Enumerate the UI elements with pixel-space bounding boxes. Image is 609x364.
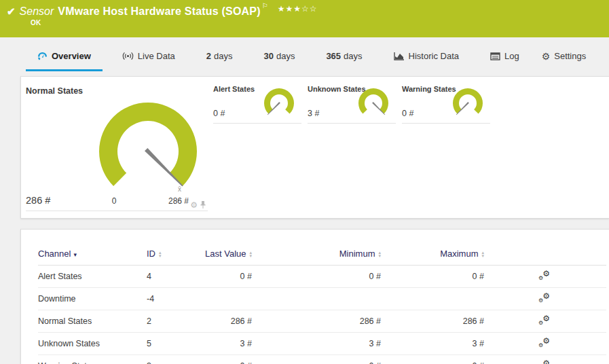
channel-settings-icon[interactable]: ⚙⚙	[538, 338, 550, 348]
channel-last-value: 3 #	[177, 333, 252, 355]
gauge-current-value: 0 #	[402, 109, 413, 118]
column-header-actions	[484, 249, 606, 266]
column-header-maximum[interactable]: Maximum▴▾	[381, 249, 484, 266]
channel-id: 3	[147, 355, 177, 364]
table-row: Unknown States 5 3 # 3 # 3 # ⚙⚙	[38, 333, 606, 355]
channel-id: 2	[147, 310, 177, 333]
gauge-current-value: 286 #	[26, 195, 50, 206]
channel-maximum: 0 #	[381, 355, 484, 364]
tab-label: days	[344, 51, 362, 61]
column-header-last-value[interactable]: Last Value▴▾	[177, 249, 252, 266]
area-chart-icon	[394, 52, 405, 60]
gauge-dial	[94, 100, 202, 208]
tab-label: Settings	[554, 51, 586, 61]
sort-icon: ▴▾	[481, 251, 484, 257]
channel-maximum: 3 #	[381, 333, 484, 355]
gauge-dial	[355, 86, 392, 122]
gauge-current-value: 3 #	[308, 109, 319, 118]
tab-log[interactable]: Log	[475, 37, 535, 75]
sort-icon: ▴▾	[249, 251, 252, 257]
channel-name[interactable]: Alert States	[38, 266, 147, 288]
gauge-alert-states[interactable]: Alert States 0 #	[213, 82, 301, 124]
channel-name[interactable]: Downtime	[38, 288, 147, 310]
channel-maximum	[381, 288, 484, 310]
tab-30-days[interactable]: 30 days	[248, 37, 310, 75]
pin-icon[interactable]	[200, 200, 206, 209]
channel-name[interactable]: Warning States	[38, 355, 147, 364]
column-label: Maximum	[440, 249, 478, 259]
channel-minimum: 3 #	[252, 333, 381, 355]
tab-number: 365	[326, 51, 341, 61]
table-row: Warning States 3 0 # 0 # 0 # ⚙⚙	[38, 355, 606, 364]
channel-settings-icon[interactable]: ⚙⚙	[538, 270, 550, 280]
sort-icon: ▴▾	[159, 251, 162, 257]
channel-last-value: 0 #	[177, 355, 252, 364]
status-check-icon: ✔	[7, 5, 16, 18]
gauge-warning-states[interactable]: Warning States 0 #	[402, 82, 490, 124]
gauge-normal-states[interactable]: Normal States 286 # 0 286 # x̄ ⚙	[26, 82, 208, 211]
tab-number: 2	[206, 51, 211, 61]
channel-maximum: 0 #	[381, 266, 484, 288]
column-label: ID	[147, 249, 155, 259]
channel-last-value: 0 #	[177, 266, 252, 288]
tab-label: Log	[504, 51, 519, 61]
column-header-channel[interactable]: Channel▾	[38, 249, 147, 266]
broadcast-icon	[122, 52, 134, 60]
column-header-id[interactable]: ID▴▾	[147, 249, 177, 266]
tab-historic-data[interactable]: Historic Data	[378, 37, 475, 75]
column-header-minimum[interactable]: Minimum▴▾	[252, 249, 381, 266]
channel-name[interactable]: Unknown States	[38, 333, 147, 355]
channel-last-value	[177, 288, 252, 310]
gauge-unknown-states[interactable]: Unknown States 3 #	[308, 82, 396, 124]
tab-label: Historic Data	[409, 51, 459, 61]
column-label: Channel	[38, 249, 71, 259]
channel-minimum: 286 #	[252, 310, 381, 333]
tab-settings[interactable]: ⚙ Settings	[535, 37, 591, 75]
channel-settings-icon[interactable]: ⚙⚙	[538, 315, 550, 325]
tab-label: days	[276, 51, 295, 61]
tab-bar: Overview Live Data 2 days 30 days 365 da…	[0, 37, 609, 75]
status-badge: OK	[31, 19, 41, 26]
gauge-scale-min: 0	[106, 196, 122, 206]
stars-filled: ★★★	[278, 4, 301, 14]
column-label: Last Value	[205, 249, 246, 259]
tab-live-data[interactable]: Live Data	[107, 37, 191, 75]
channel-name[interactable]: Normal States	[38, 310, 147, 333]
table-row: Normal States 2 286 # 286 # 286 # ⚙⚙	[38, 310, 606, 333]
tab-2-days[interactable]: 2 days	[191, 37, 248, 75]
tab-365-days[interactable]: 365 days	[310, 37, 377, 75]
priority-stars[interactable]: ★★★☆☆	[278, 3, 318, 14]
channels-panel: Channel▾ ID▴▾ Last Value▴▾ Minimum▴▾ Max…	[20, 229, 609, 364]
channel-id: 5	[147, 333, 177, 355]
channel-id: 4	[147, 266, 177, 288]
log-list-icon	[490, 52, 500, 60]
object-type-label: Sensor	[20, 5, 54, 18]
tab-number: 30	[263, 51, 273, 61]
tab-overview[interactable]: Overview	[22, 37, 107, 75]
gear-icon: ⚙	[542, 52, 551, 61]
channel-maximum: 286 #	[381, 310, 484, 333]
gauge-title: Normal States	[26, 82, 208, 96]
channel-last-value: 286 #	[177, 310, 252, 333]
gauge-settings-gear-icon[interactable]: ⚙	[190, 201, 198, 209]
channel-minimum: 0 #	[252, 266, 381, 288]
channel-settings-icon[interactable]: ⚙⚙	[538, 360, 550, 364]
sensor-title: VMware Host Hardware Status (SOAP)	[58, 5, 260, 18]
stars-empty: ☆☆	[301, 4, 318, 14]
sensor-header: ✔ Sensor VMware Host Hardware Status (SO…	[0, 0, 609, 37]
sort-icon: ▴▾	[378, 251, 381, 257]
table-header-row: Channel▾ ID▴▾ Last Value▴▾ Minimum▴▾ Max…	[38, 249, 606, 266]
sort-desc-icon: ▾	[73, 251, 77, 258]
mean-marker: x̄	[178, 185, 181, 193]
channel-settings-icon[interactable]: ⚙⚙	[538, 293, 550, 303]
gauge-dial	[449, 86, 486, 122]
tab-label: days	[214, 51, 232, 61]
channels-table: Channel▾ ID▴▾ Last Value▴▾ Minimum▴▾ Max…	[38, 249, 606, 364]
flag-icon[interactable]: ⚐	[262, 3, 268, 10]
tab-label: Overview	[52, 51, 91, 61]
channel-id: -4	[147, 288, 177, 310]
gauges-panel: Normal States 286 # 0 286 # x̄ ⚙ Alert S…	[20, 76, 609, 219]
gauge-icon	[37, 52, 48, 61]
gauge-current-value: 0 #	[213, 109, 225, 118]
channel-minimum: 0 #	[252, 355, 381, 364]
